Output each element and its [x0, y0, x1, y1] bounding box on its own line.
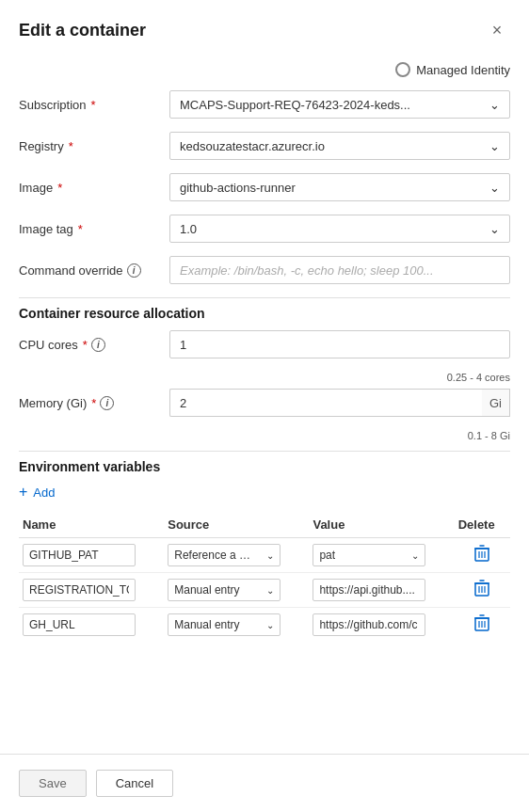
- env-source-dropdown[interactable]: Manual entry⌄: [168, 613, 281, 636]
- registry-dropdown[interactable]: kedsouzatestacr.azurecr.io ⌄: [169, 132, 510, 160]
- image-tag-dropdown[interactable]: 1.0 ⌄: [169, 215, 510, 243]
- env-name-input[interactable]: [23, 579, 136, 601]
- registry-required: *: [69, 139, 73, 153]
- cpu-block: CPU cores * i 0.25 - 4 cores: [19, 330, 510, 383]
- env-title: Environment variables: [19, 459, 510, 474]
- image-tag-required: *: [78, 222, 83, 236]
- image-required: *: [57, 181, 62, 195]
- table-row: Reference a se...⌄pat⌄: [19, 538, 510, 573]
- image-tag-control: 1.0 ⌄: [169, 215, 510, 243]
- col-delete-header: Delete: [455, 512, 510, 538]
- dialog-title: Edit a container: [19, 21, 146, 40]
- image-value: github-actions-runner: [180, 181, 296, 195]
- save-button[interactable]: Save: [19, 770, 87, 797]
- section-divider: [19, 297, 510, 298]
- memory-block: Memory (Gi) * i Gi 0.1 - 8 Gi: [19, 389, 510, 441]
- resource-allocation-title: Container resource allocation: [19, 306, 510, 321]
- managed-identity-radio-group[interactable]: Managed Identity: [395, 62, 510, 77]
- image-tag-row: Image tag * 1.0 ⌄: [19, 215, 510, 243]
- subscription-chevron-icon: ⌄: [489, 98, 500, 112]
- memory-input[interactable]: [169, 389, 482, 417]
- cpu-input[interactable]: [169, 330, 510, 358]
- registry-control: kedsouzatestacr.azurecr.io ⌄: [169, 132, 510, 160]
- command-override-label: Command override i: [19, 263, 169, 278]
- col-source-header: Source: [164, 512, 309, 538]
- env-table-header-row: Name Source Value Delete: [19, 512, 510, 538]
- memory-input-row: Gi: [169, 389, 510, 417]
- registry-row: Registry * kedsouzatestacr.azurecr.io ⌄: [19, 132, 510, 160]
- cpu-hint: 0.25 - 4 cores: [19, 372, 510, 383]
- subscription-control: MCAPS-Support-REQ-76423-2024-keds... ⌄: [169, 90, 510, 119]
- registry-chevron-icon: ⌄: [489, 139, 500, 153]
- memory-control: Gi: [169, 389, 510, 417]
- subscription-value: MCAPS-Support-REQ-76423-2024-keds...: [180, 98, 410, 112]
- image-tag-value: 1.0: [180, 222, 197, 236]
- cpu-required: *: [83, 338, 88, 352]
- memory-row: Memory (Gi) * i Gi: [19, 389, 510, 417]
- table-row: Manual entry⌄: [19, 608, 510, 642]
- subscription-row: Subscription * MCAPS-Support-REQ-76423-2…: [19, 90, 510, 119]
- env-name-input[interactable]: [23, 544, 136, 566]
- add-env-button[interactable]: + Add: [19, 484, 55, 501]
- env-value-dropdown[interactable]: pat⌄: [313, 544, 425, 566]
- cancel-button[interactable]: Cancel: [96, 770, 173, 797]
- trash-icon: [473, 579, 490, 597]
- env-source-dropdown[interactable]: Manual entry⌄: [168, 579, 281, 601]
- image-dropdown[interactable]: github-actions-runner ⌄: [169, 173, 510, 201]
- image-chevron-icon: ⌄: [489, 181, 500, 195]
- env-name-input[interactable]: [23, 613, 136, 636]
- env-divider: [19, 451, 510, 452]
- registry-value: kedsouzatestacr.azurecr.io: [180, 139, 325, 153]
- cpu-control: [169, 330, 510, 358]
- command-override-control: [169, 256, 510, 284]
- command-override-row: Command override i: [19, 256, 510, 284]
- memory-required: *: [91, 396, 96, 410]
- col-value-header: Value: [309, 512, 454, 538]
- dialog-header: Edit a container ×: [0, 0, 529, 53]
- subscription-required: *: [91, 98, 96, 112]
- image-label: Image *: [19, 181, 169, 195]
- managed-identity-row: Managed Identity: [19, 62, 510, 77]
- delete-env-button[interactable]: [468, 577, 496, 603]
- delete-env-button[interactable]: [468, 542, 496, 568]
- cpu-row: CPU cores * i: [19, 330, 510, 358]
- command-override-info-icon: i: [127, 263, 141, 278]
- image-control: github-actions-runner ⌄: [169, 173, 510, 201]
- env-section: Environment variables + Add Name Source …: [19, 451, 510, 642]
- cpu-label: CPU cores * i: [19, 338, 169, 352]
- managed-identity-label: Managed Identity: [416, 63, 510, 77]
- image-tag-label: Image tag *: [19, 222, 169, 236]
- memory-label: Memory (Gi) * i: [19, 396, 169, 410]
- trash-icon: [473, 544, 490, 563]
- subscription-label: Subscription *: [19, 98, 169, 112]
- env-table: Name Source Value Delete Reference a se.…: [19, 512, 510, 642]
- env-value-input[interactable]: [313, 579, 425, 601]
- table-row: Manual entry⌄: [19, 573, 510, 607]
- edit-container-dialog: Edit a container × Managed Identity Subs…: [0, 0, 529, 812]
- memory-suffix-label: Gi: [482, 389, 510, 417]
- env-source-dropdown[interactable]: Reference a se...⌄: [168, 544, 281, 566]
- dialog-body: Managed Identity Subscription * MCAPS-Su…: [0, 53, 529, 739]
- col-name-header: Name: [19, 512, 164, 538]
- command-override-input[interactable]: [169, 256, 510, 284]
- managed-identity-radio[interactable]: [395, 62, 410, 77]
- trash-icon: [473, 613, 490, 632]
- delete-env-button[interactable]: [468, 612, 496, 638]
- dialog-footer: Save Cancel: [0, 754, 529, 812]
- image-tag-chevron-icon: ⌄: [489, 222, 500, 236]
- close-button[interactable]: ×: [484, 17, 510, 43]
- subscription-dropdown[interactable]: MCAPS-Support-REQ-76423-2024-keds... ⌄: [169, 90, 510, 119]
- cpu-info-icon: i: [91, 338, 105, 352]
- image-row: Image * github-actions-runner ⌄: [19, 173, 510, 201]
- env-value-input[interactable]: [313, 613, 425, 636]
- add-label: Add: [33, 486, 55, 500]
- memory-info-icon: i: [100, 396, 114, 410]
- registry-label: Registry *: [19, 139, 169, 153]
- plus-icon: +: [19, 484, 27, 501]
- memory-hint: 0.1 - 8 Gi: [19, 430, 510, 441]
